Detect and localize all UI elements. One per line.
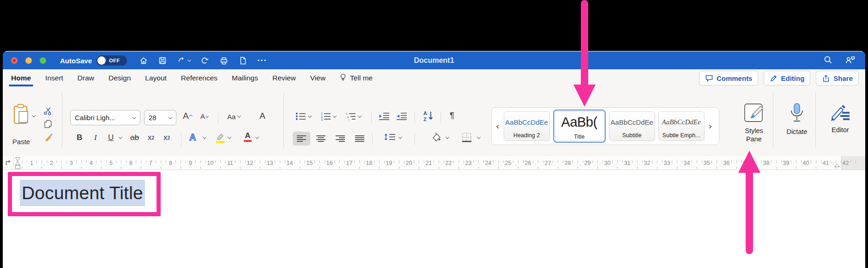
cut-button[interactable] <box>43 106 52 115</box>
italic-button[interactable]: I <box>94 133 97 142</box>
style-card-title[interactable]: AaBb(Title <box>553 110 606 143</box>
ruler-tick-bottom <box>458 167 459 169</box>
ruler-tick <box>359 160 360 163</box>
numbered-list-button[interactable]: 123 <box>320 112 331 121</box>
line-spacing-dropdown[interactable] <box>399 136 402 139</box>
feedback-icon[interactable] <box>845 55 856 67</box>
indent-marker[interactable] <box>14 157 21 171</box>
paste-button[interactable] <box>12 104 30 125</box>
ruler-tick <box>563 160 563 163</box>
numbered-list-dropdown[interactable] <box>333 115 336 118</box>
autosave-toggle[interactable]: OFF <box>96 55 127 66</box>
dictate-button[interactable]: Dictate <box>778 103 816 136</box>
bullet-list-dropdown[interactable] <box>308 115 311 118</box>
font-size-select[interactable]: 28 <box>144 110 176 125</box>
underline-dropdown[interactable] <box>119 136 122 139</box>
document-canvas[interactable]: Document Title <box>3 170 865 268</box>
ruler-tick <box>364 160 365 163</box>
editor-button[interactable]: Editor <box>819 103 862 134</box>
tab-design[interactable]: Design <box>108 69 131 87</box>
grow-font-button[interactable]: A <box>183 111 192 121</box>
ruler[interactable]: 1234567891011121314151617181920212223242… <box>3 156 865 170</box>
gallery-next-button[interactable]: › <box>708 121 713 131</box>
share-button[interactable]: Share <box>816 71 859 85</box>
styles-pane-button[interactable]: StylesPane <box>736 103 772 143</box>
ruler-tick <box>334 160 335 163</box>
style-sample: AaBbCcDdEe <box>609 112 655 132</box>
text-effects-button[interactable]: A <box>189 132 196 143</box>
change-case-button[interactable]: Aa <box>227 112 241 121</box>
shading-button[interactable] <box>431 132 442 142</box>
tab-mailings[interactable]: Mailings <box>232 69 258 87</box>
tab-selector[interactable] <box>3 156 14 170</box>
tab-view[interactable]: View <box>310 69 326 87</box>
justify-button[interactable] <box>351 132 368 146</box>
shrink-font-button[interactable]: A <box>200 112 208 120</box>
right-indent-marker[interactable] <box>834 161 840 169</box>
more-commands-icon[interactable]: ··· <box>257 56 267 66</box>
tab-draw[interactable]: Draw <box>78 69 94 87</box>
bullet-list-button[interactable] <box>295 112 306 121</box>
bold-button[interactable]: B <box>77 133 82 142</box>
ruler-tick-bottom <box>538 167 538 169</box>
highlight-button[interactable] <box>215 132 225 143</box>
tab-references[interactable]: References <box>181 69 217 87</box>
superscript-button[interactable]: x2 <box>163 133 170 142</box>
group-divider <box>283 92 284 149</box>
multilevel-list-dropdown[interactable] <box>358 115 361 118</box>
shading-dropdown[interactable] <box>446 136 449 139</box>
strikethrough-button[interactable]: ab <box>130 133 139 142</box>
copy-button[interactable] <box>43 119 53 128</box>
increase-indent-button[interactable] <box>396 112 407 120</box>
ruler-number: 38 <box>761 156 772 170</box>
ruler-tick <box>801 160 802 163</box>
font-color-button[interactable]: A <box>244 132 252 142</box>
gallery-prev-button[interactable]: ‹ <box>495 121 500 131</box>
decrease-indent-button[interactable] <box>379 112 390 120</box>
tab-review[interactable]: Review <box>272 69 296 87</box>
tab-insert[interactable]: Insert <box>45 69 63 87</box>
font-name-select[interactable]: Calibri Ligh... <box>70 110 140 125</box>
comments-button[interactable]: Comments <box>699 71 759 85</box>
align-center-button[interactable] <box>312 132 330 146</box>
search-icon[interactable] <box>823 55 833 67</box>
paste-dropdown[interactable] <box>32 115 35 117</box>
line-spacing-button[interactable] <box>384 133 396 141</box>
show-paragraph-marks-button[interactable]: ¶ <box>450 110 454 121</box>
ruler-tick <box>325 160 325 163</box>
selected-text[interactable]: Document Title <box>20 180 145 206</box>
highlight-dropdown[interactable] <box>228 136 231 139</box>
home-icon[interactable] <box>139 56 148 65</box>
format-painter-button[interactable] <box>43 132 54 142</box>
new-document-icon[interactable] <box>238 56 247 65</box>
tell-me-control[interactable]: Tell me <box>339 73 373 84</box>
multilevel-list-button[interactable]: 1ai <box>345 112 356 121</box>
close-button[interactable] <box>11 57 18 64</box>
highlighter-icon <box>215 132 225 143</box>
zoom-button[interactable] <box>40 57 46 64</box>
sort-button[interactable]: AZ <box>423 110 435 122</box>
redo-button[interactable] <box>200 56 210 65</box>
borders-button[interactable] <box>462 132 472 142</box>
tab-layout[interactable]: Layout <box>145 69 167 87</box>
ruler-number: 4 <box>86 156 96 170</box>
underline-button[interactable]: U <box>108 133 114 142</box>
save-icon[interactable] <box>158 56 167 65</box>
borders-dropdown[interactable] <box>477 136 480 139</box>
align-right-button[interactable] <box>332 132 349 146</box>
font-color-dropdown[interactable] <box>256 136 259 139</box>
ruler-number: 5 <box>106 156 116 170</box>
document-heading[interactable]: Document Title <box>20 180 145 206</box>
subscript-button[interactable]: x2 <box>148 133 154 142</box>
minimize-button[interactable] <box>25 57 32 64</box>
editing-button[interactable]: Editing <box>764 71 810 85</box>
style-card-subtitle[interactable]: AaBbCcDdEeSubtitle <box>609 111 655 141</box>
tab-home[interactable]: Home <box>11 69 31 87</box>
text-effects-dropdown[interactable] <box>203 136 206 139</box>
align-left-button[interactable] <box>293 132 310 146</box>
style-card-subtle[interactable]: AaBbCcDdEeSubtle Emph... <box>658 111 705 141</box>
print-icon[interactable] <box>219 56 229 65</box>
group-divider <box>773 92 773 149</box>
undo-button[interactable] <box>177 56 191 65</box>
style-card-heading2[interactable]: AaBbCcDdEeHeading 2 <box>504 111 550 141</box>
